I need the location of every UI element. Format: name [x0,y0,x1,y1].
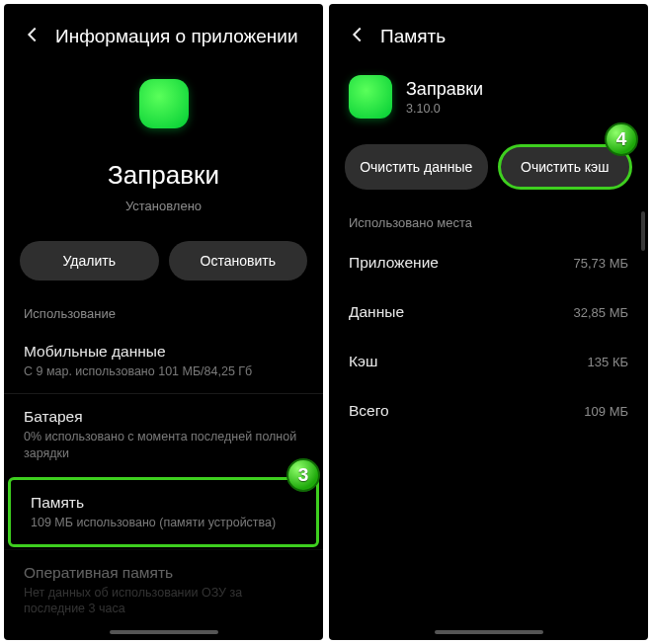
row-value: 32,85 МБ [573,305,628,320]
usage-list: Мобильные данные С 9 мар. использовано 1… [4,329,323,631]
section-space-label: Использовано места [329,203,648,238]
nav-bar [4,630,323,634]
header: Память [329,4,648,61]
back-icon[interactable] [347,24,368,49]
scrollbar-icon[interactable] [641,211,645,251]
page-title: Память [380,26,446,47]
app-row: Заправки 3.10.0 [329,61,648,124]
screen-storage: Память Заправки 3.10.0 Очистить данные О… [329,4,648,640]
item-ram[interactable]: Оперативная память Нет данных об использ… [4,549,323,631]
row-total: Всего 109 МБ [329,386,648,436]
nav-pill[interactable] [110,630,218,634]
row-key: Приложение [349,254,439,272]
row-app: Приложение 75,73 МБ [329,238,648,287]
row-value: 135 КБ [588,355,628,369]
item-sub: 109 МБ использовано (памяти устройства) [31,515,296,530]
back-icon[interactable] [22,24,43,49]
row-data: Данные 32,85 МБ [329,287,648,337]
nav-pill[interactable] [435,630,543,634]
item-battery[interactable]: Батарея 0% использовано с момента послед… [4,393,323,475]
row-value: 75,73 МБ [573,256,628,271]
space-list: Приложение 75,73 МБ Данные 32,85 МБ Кэш … [329,238,648,436]
app-status: Установлено [4,199,323,213]
force-stop-button[interactable]: Остановить [169,241,308,281]
action-buttons: Удалить Остановить [4,221,323,294]
item-sub: Нет данных об использовании ОЗУ за после… [24,585,303,617]
header: Информация о приложении [4,4,323,61]
app-version: 3.10.0 [406,102,483,116]
item-sub: С 9 мар. использовано 101 МБ/84,25 Гб [24,363,303,379]
app-icon [139,79,189,128]
app-name: Заправки [406,79,483,100]
step-badge-3: 3 [286,458,320,492]
clear-data-button[interactable]: Очистить данные [345,144,488,190]
step-badge-4: 4 [605,122,638,156]
item-title: Мобильные данные [24,343,303,361]
item-sub: 0% использовано с момента последней полн… [24,429,303,461]
row-cache: Кэш 135 КБ [329,337,648,386]
storage-buttons: Очистить данные Очистить кэш 4 [329,124,648,203]
item-mobile-data[interactable]: Мобильные данные С 9 мар. использовано 1… [4,329,323,393]
screen-app-info: Информация о приложении Заправки Установ… [4,4,323,640]
row-value: 109 МБ [584,404,628,419]
app-icon [349,75,392,119]
app-hero: Заправки Установлено [4,61,323,221]
section-usage-label: Использование [4,294,323,329]
nav-bar [329,630,648,634]
page-title: Информация о приложении [55,26,298,47]
item-title: Батарея [24,408,303,426]
row-key: Всего [349,402,389,420]
item-storage[interactable]: 3 Память 109 МБ использовано (памяти уст… [8,477,319,547]
row-key: Данные [349,303,404,321]
uninstall-button[interactable]: Удалить [20,241,159,281]
row-key: Кэш [349,353,377,370]
item-title: Оперативная память [24,564,303,582]
item-title: Память [31,494,296,512]
app-name: Заправки [4,160,323,191]
